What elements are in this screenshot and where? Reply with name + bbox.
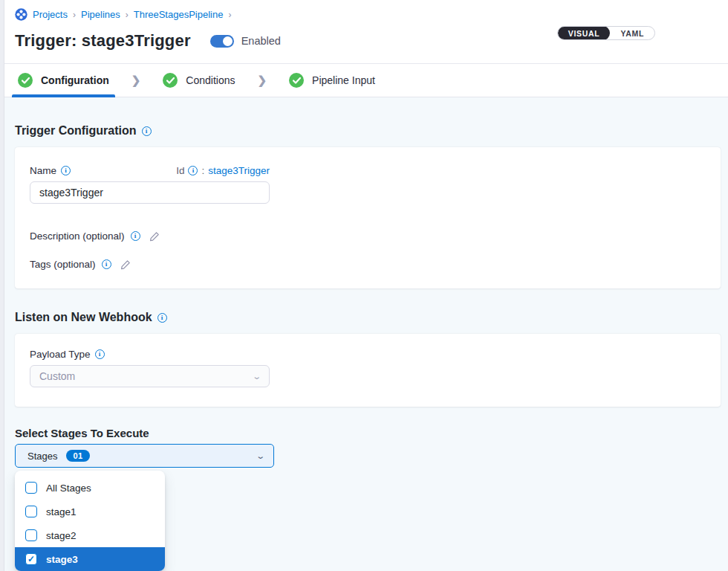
stage-option-stage3[interactable]: ✓ stage3: [15, 547, 165, 571]
checkbox-unchecked[interactable]: [25, 506, 37, 517]
checkbox-unchecked[interactable]: [25, 482, 37, 494]
option-label: stage2: [46, 530, 77, 541]
tab-label: Pipeline Input: [312, 74, 375, 86]
description-label: Description (optional): [30, 230, 125, 242]
stage-option-stage2[interactable]: stage2: [15, 523, 165, 547]
tags-label: Tags (optional): [30, 259, 96, 270]
id-value-link[interactable]: stage3Trigger: [208, 165, 270, 176]
breadcrumb: Projects › Pipelines › ThreeStagesPipeli…: [15, 8, 713, 21]
stages-control-label: Stages: [27, 451, 57, 462]
breadcrumb-chevron-icon: ›: [73, 10, 76, 20]
id-display: Id i : stage3Trigger: [176, 165, 270, 176]
payload-type-label: Payload Type i: [30, 349, 706, 360]
trigger-configuration-card: Name i Id i : stage3Trigger Description …: [15, 147, 721, 288]
stage-option-stage1[interactable]: stage1: [15, 500, 165, 523]
wizard-tabbar: Configuration ❯ Conditions ❯ Pipeline In…: [0, 63, 728, 97]
description-row: Description (optional) i: [30, 230, 706, 242]
main-content: Trigger Configuration i Name i Id i : st…: [0, 97, 728, 571]
name-input[interactable]: [30, 181, 270, 204]
chevron-right-icon: ❯: [131, 74, 141, 87]
visual-toggle-button[interactable]: VISUAL: [558, 26, 611, 40]
checkbox-checked[interactable]: ✓: [25, 553, 37, 565]
payload-type-select: Custom ⌄: [30, 365, 270, 387]
page-header: Projects › Pipelines › ThreeStagesPipeli…: [0, 0, 728, 63]
info-icon[interactable]: i: [188, 166, 198, 175]
visual-yaml-toggle: VISUAL YAML: [557, 26, 655, 40]
tags-row: Tags (optional) i: [30, 259, 706, 270]
breadcrumb-chevron-icon: ›: [228, 10, 231, 20]
stage-option-all-stages[interactable]: All Stages: [15, 476, 165, 500]
info-icon[interactable]: i: [95, 349, 105, 359]
name-field-label: Name i: [30, 165, 71, 176]
id-label-text: Id: [176, 165, 184, 176]
edit-tags-pencil-icon[interactable]: [120, 259, 131, 270]
window-left-edge: [0, 0, 4, 571]
info-icon[interactable]: i: [61, 166, 71, 175]
section-heading-text: Listen on New Webhook: [15, 311, 152, 324]
tab-label: Conditions: [186, 74, 235, 86]
info-icon[interactable]: i: [102, 259, 111, 269]
id-separator: :: [201, 165, 204, 176]
edit-description-pencil-icon[interactable]: [149, 231, 160, 242]
section-heading-text: Select Stages To Execute: [15, 427, 149, 439]
select-stages-heading: Select Stages To Execute: [15, 427, 721, 439]
stages-multiselect-control[interactable]: Stages 01 ⌄: [15, 444, 274, 468]
breadcrumb-chevron-icon: ›: [126, 10, 129, 20]
breadcrumb-link-pipeline-name[interactable]: ThreeStagesPipeline: [134, 9, 224, 20]
toggle-knob: [223, 36, 233, 46]
enabled-toggle[interactable]: [210, 35, 234, 48]
tab-configuration[interactable]: Configuration: [15, 64, 112, 97]
check-circle-icon: [18, 73, 33, 88]
chevron-right-icon: ❯: [258, 74, 267, 87]
chevron-down-icon: ⌄: [256, 451, 265, 461]
tab-pipeline-input[interactable]: Pipeline Input: [286, 64, 378, 97]
option-label: All Stages: [46, 483, 91, 494]
check-circle-icon: [163, 73, 178, 88]
tab-conditions[interactable]: Conditions: [160, 64, 238, 97]
yaml-toggle-button[interactable]: YAML: [610, 26, 654, 40]
section-heading-text: Trigger Configuration: [15, 124, 137, 138]
option-label: stage3: [46, 554, 78, 565]
tab-label: Configuration: [41, 74, 109, 86]
trigger-configuration-heading: Trigger Configuration i: [15, 97, 721, 138]
webhook-card: Payload Type i Custom ⌄: [15, 334, 721, 407]
enabled-toggle-label: Enabled: [241, 35, 281, 47]
projects-clover-icon: [15, 8, 27, 21]
page-title: Trigger: stage3Trigger: [15, 31, 191, 51]
info-icon[interactable]: i: [131, 231, 140, 241]
breadcrumb-link-projects[interactable]: Projects: [33, 9, 68, 20]
info-icon[interactable]: i: [157, 313, 167, 323]
stages-dropdown-menu: All Stages stage1 stage2 ✓ stage3: [15, 471, 165, 571]
info-icon[interactable]: i: [142, 126, 152, 136]
breadcrumb-link-pipelines[interactable]: Pipelines: [81, 9, 120, 20]
name-label-text: Name: [30, 165, 56, 176]
webhook-heading: Listen on New Webhook i: [15, 311, 721, 324]
payload-type-label-text: Payload Type: [30, 349, 91, 360]
option-label: stage1: [46, 506, 77, 517]
payload-type-value: Custom: [39, 370, 75, 382]
checkbox-unchecked[interactable]: [25, 529, 37, 541]
selected-count-badge: 01: [66, 450, 89, 462]
check-circle-icon: [289, 73, 304, 88]
chevron-down-icon: ⌄: [252, 372, 261, 381]
